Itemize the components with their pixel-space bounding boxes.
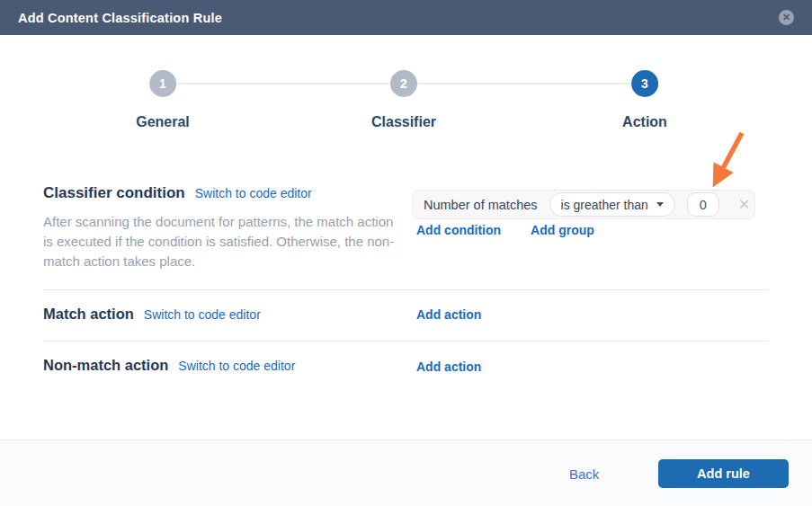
non-match-add-action-link[interactable]: Add action bbox=[416, 360, 481, 374]
step-connector-1 bbox=[177, 83, 389, 84]
classifier-condition-title: Classifier condition bbox=[43, 184, 185, 202]
step-connector-2 bbox=[418, 83, 630, 84]
non-match-action-section: Non-match action Switch to code editor bbox=[43, 357, 295, 374]
step-label-classifier: Classifier bbox=[371, 114, 436, 130]
step-action[interactable]: 3 Action bbox=[622, 70, 667, 130]
step-circle-3: 3 bbox=[631, 70, 658, 97]
match-action-title: Match action bbox=[43, 306, 134, 323]
chevron-down-icon bbox=[656, 202, 664, 207]
condition-field-label: Number of matches bbox=[424, 198, 538, 212]
step-general[interactable]: 1 General bbox=[136, 70, 190, 130]
dialog-title: Add Content Classification Rule bbox=[18, 11, 222, 25]
step-circle-1: 1 bbox=[149, 70, 176, 97]
back-button[interactable]: Back bbox=[569, 466, 599, 482]
section-divider bbox=[43, 341, 769, 342]
match-add-action-link[interactable]: Add action bbox=[416, 307, 481, 322]
remove-condition-button[interactable]: ✕ bbox=[738, 198, 750, 212]
classifier-switch-code-editor-link[interactable]: Switch to code editor bbox=[195, 186, 312, 200]
add-rule-button[interactable]: Add rule bbox=[658, 459, 789, 488]
remove-condition-icon: ✕ bbox=[738, 197, 750, 212]
step-classifier[interactable]: 2 Classifier bbox=[371, 70, 436, 130]
non-match-action-title: Non-match action bbox=[43, 357, 168, 374]
step-label-action: Action bbox=[622, 114, 667, 130]
condition-operator-value: is greather than bbox=[561, 198, 648, 212]
step-number-1: 1 bbox=[159, 76, 166, 91]
stepper: 1 General 2 Classifier 3 Action bbox=[0, 70, 812, 129]
step-number-3: 3 bbox=[641, 76, 648, 91]
add-group-link[interactable]: Add group bbox=[531, 223, 594, 237]
close-icon: ✕ bbox=[782, 13, 790, 22]
step-label-general: General bbox=[136, 114, 190, 130]
match-action-section: Match action Switch to code editor bbox=[43, 306, 261, 323]
step-number-2: 2 bbox=[400, 76, 407, 91]
close-button[interactable]: ✕ bbox=[779, 10, 794, 25]
add-condition-link[interactable]: Add condition bbox=[416, 223, 501, 237]
match-switch-code-editor-link[interactable]: Switch to code editor bbox=[144, 307, 261, 322]
step-circle-2: 2 bbox=[390, 70, 417, 97]
dialog-header: Add Content Classification Rule ✕ bbox=[0, 0, 812, 35]
condition-value-input[interactable] bbox=[687, 192, 719, 217]
condition-operator-dropdown[interactable]: is greather than bbox=[549, 192, 675, 217]
classifier-condition-section: Classifier condition Switch to code edit… bbox=[43, 184, 403, 271]
section-divider bbox=[43, 289, 769, 290]
non-match-switch-code-editor-link[interactable]: Switch to code editor bbox=[178, 359, 295, 373]
classifier-condition-description: After scanning the document for patterns… bbox=[43, 212, 403, 271]
annotation-arrow-icon bbox=[670, 126, 751, 198]
condition-row: Number of matches is greather than ✕ bbox=[412, 190, 755, 219]
